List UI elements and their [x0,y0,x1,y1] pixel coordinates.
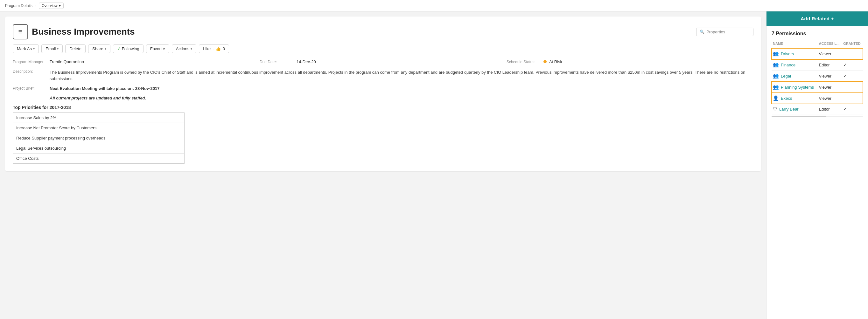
top-bar: Program Details · Overview ▾ [0,0,868,11]
table-row: 🛡Larry BearEditor✓ [772,104,863,114]
table-row: 👥Planning SystemsViewer [772,82,863,93]
like-sep: · [213,46,214,51]
permission-link[interactable]: Execs [781,96,792,101]
overview-label: Overview [42,3,58,8]
schedule-status-field: Schedule Status: At Risk [506,60,753,64]
permission-link[interactable]: Larry Bear [779,107,799,111]
person-icon: 👤 [773,95,779,101]
program-manager-field: Program Manager: Trentin Quarantino [13,60,260,64]
permissions-section: 7 Permissions — NAME ACCESS L... GRANTED… [767,26,868,123]
fields-grid: Program Manager: Trentin Quarantino Due … [13,60,753,64]
col-granted: GRANTED [842,40,863,48]
permission-link[interactable]: Finance [781,63,796,67]
col-name: NAME [772,40,817,48]
description-row: Description: The Business Improvements P… [13,69,753,82]
share-button[interactable]: Share ▾ [88,44,111,53]
group-icon: 👥 [773,51,779,57]
priorities-title: Top Priorities for 2017-2018 [13,105,753,110]
granted-check [842,93,863,104]
mark-as-chevron: ▾ [33,47,35,50]
brief-line2: All current projects are updated and ful… [50,96,159,100]
access-level: Editor [817,104,842,114]
thumbs-up-icon: 👍 [216,46,221,51]
project-brief-label: Project Brief: [13,86,48,100]
group-icon: 👥 [773,73,779,79]
brief-line1: Next Evaluation Meeting will take place … [50,86,159,91]
table-row: 👥LegalViewer✓ [772,71,863,82]
description-text: The Business Improvements Program is own… [50,69,753,82]
table-row: 👥FinanceEditor✓ [772,60,863,71]
priorities-section: Top Priorities for 2017-2018 Increase Sa… [13,105,753,164]
like-button[interactable]: Like · 👍 0 [199,44,229,53]
properties-search-box[interactable]: 🔍 [696,28,753,36]
breadcrumb-label: Program Details [5,3,32,8]
following-button[interactable]: ✓ Following [113,44,144,53]
permissions-table: NAME ACCESS L... GRANTED 👥DriversViewer👥… [772,40,863,114]
overview-dropdown[interactable]: Overview ▾ [39,3,64,9]
email-button[interactable]: Email ▾ [41,44,63,53]
title-group: ≡ Business Improvements [13,24,135,39]
right-panel: Add Related + 7 Permissions — NAME ACCES… [766,11,868,319]
list-item: Reduce Supplier payment processing overh… [13,133,185,143]
permission-link[interactable]: Legal [781,74,791,78]
access-level: Editor [817,60,842,71]
program-title: Business Improvements [32,27,135,37]
main-layout: ≡ Business Improvements 🔍 Mark As ▾ Emai… [0,11,868,319]
group-icon: 👥 [773,84,779,90]
program-manager-label: Program Manager: [13,60,48,64]
content-area: ≡ Business Improvements 🔍 Mark As ▾ Emai… [0,11,766,319]
program-manager-value: Trentin Quarantino [50,60,84,64]
permissions-header: 7 Permissions — [772,31,863,37]
permissions-title: 7 Permissions [772,31,806,37]
permission-link[interactable]: Planning Systems [781,85,814,90]
project-brief-row: Project Brief: Next Evaluation Meeting w… [13,86,753,100]
schedule-status-label: Schedule Status: [506,60,541,64]
program-card: ≡ Business Improvements 🔍 Mark As ▾ Emai… [5,16,761,171]
add-related-button[interactable]: Add Related + [767,11,868,26]
description-label: Description: [13,69,48,82]
granted-check: ✓ [842,60,863,71]
delete-button[interactable]: Delete [65,44,86,53]
due-date-label: Due Date: [260,60,294,64]
email-chevron: ▾ [57,47,59,50]
schedule-status-value: At Risk [544,60,562,64]
action-bar: Mark As ▾ Email ▾ Delete Share ▾ ✓ Follo… [13,44,753,53]
col-access: ACCESS L... [817,40,842,48]
access-level: Viewer [817,93,842,104]
table-row: 👥DriversViewer [772,48,863,60]
card-header: ≡ Business Improvements 🔍 [13,24,753,39]
list-item: Increase Net Promoter Score by Customers [13,123,185,133]
table-row: 👤ExecsViewer [772,93,863,104]
granted-check [842,48,863,60]
list-item: Legal Services outsourcing [13,143,185,153]
breadcrumb-sep: · [35,3,36,8]
actions-button[interactable]: Actions ▾ [172,44,197,53]
due-date-field: Due Date: 14-Dec-20 [260,60,506,64]
granted-check: ✓ [842,104,863,114]
share-chevron: ▾ [105,47,106,50]
shield-icon: 🛡 [773,106,777,111]
status-dot [544,60,547,63]
like-count: 0 [223,46,225,51]
following-check: ✓ [117,46,121,51]
granted-check [842,82,863,93]
favorite-button[interactable]: Favorite [146,44,169,53]
scroll-indicator [772,116,863,117]
due-date-value: 14-Dec-20 [297,60,316,64]
actions-chevron: ▾ [191,47,192,50]
group-icon: 👥 [773,62,779,68]
granted-check: ✓ [842,71,863,82]
mark-as-button[interactable]: Mark As ▾ [13,44,39,53]
scroll-thumb [772,116,826,117]
permission-link[interactable]: Drivers [781,51,794,56]
project-brief-content: Next Evaluation Meeting will take place … [50,86,159,100]
access-level: Viewer [817,48,842,60]
list-item: Increase Sales by 2% [13,113,185,123]
collapse-button[interactable]: — [858,31,863,37]
permissions-header-row: NAME ACCESS L... GRANTED [772,40,863,48]
access-level: Viewer [817,82,842,93]
properties-input[interactable] [706,30,750,34]
program-icon: ≡ [13,24,28,39]
overview-chevron: ▾ [59,3,61,8]
access-level: Viewer [817,71,842,82]
